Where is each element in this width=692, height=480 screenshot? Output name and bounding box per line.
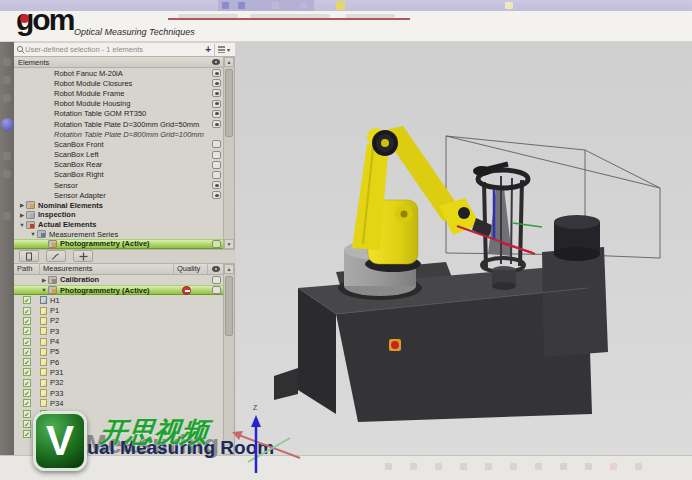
dock-icon[interactable] bbox=[3, 76, 11, 84]
status-icon[interactable] bbox=[460, 463, 467, 470]
visibility-eye-icon[interactable] bbox=[212, 69, 221, 77]
dependency-icon[interactable] bbox=[46, 250, 66, 262]
tree-row[interactable]: ▼Actual Elements bbox=[14, 220, 224, 230]
element-row[interactable]: Robot Module Housing bbox=[14, 99, 224, 109]
element-row[interactable]: Robot Module Closures bbox=[14, 78, 224, 88]
toolbar-icon[interactable] bbox=[272, 2, 279, 9]
status-icon[interactable] bbox=[410, 463, 417, 470]
left-panel: User-defined selection - 1 elements + ▾ … bbox=[14, 43, 235, 455]
element-row[interactable]: Robot Module Frame bbox=[14, 88, 224, 98]
scroll-thumb[interactable] bbox=[225, 276, 233, 336]
toolbar-icon[interactable] bbox=[238, 2, 245, 9]
3d-viewport[interactable] bbox=[236, 42, 692, 455]
measurement-group-row[interactable]: ▼Photogrammetry (Active) bbox=[14, 285, 224, 295]
toolbar-icon[interactable] bbox=[505, 2, 513, 9]
measurement-point-row[interactable]: P34 bbox=[14, 398, 224, 408]
tree-row[interactable]: ▶Inspection bbox=[14, 210, 224, 220]
visibility-eye-icon[interactable] bbox=[212, 100, 221, 108]
group-checkbox[interactable] bbox=[212, 286, 221, 294]
element-row[interactable]: Rotation Table Plate D=800mm Grid=100mm bbox=[14, 129, 224, 139]
status-icon[interactable] bbox=[485, 463, 492, 470]
path-check-icon bbox=[23, 317, 31, 325]
dock-icon[interactable] bbox=[3, 170, 11, 178]
element-row[interactable]: ScanBox Front bbox=[14, 139, 224, 149]
dock-icon[interactable] bbox=[3, 94, 11, 102]
visibility-eye-icon[interactable] bbox=[212, 89, 221, 97]
tree-label: Nominal Elements bbox=[38, 201, 221, 210]
scroll-up-arrow[interactable]: ▲ bbox=[224, 57, 234, 67]
measurement-point-row[interactable]: P33 bbox=[14, 388, 224, 398]
visibility-eye-icon[interactable] bbox=[212, 110, 221, 118]
scroll-down-arrow[interactable]: ▼ bbox=[224, 239, 234, 249]
status-icon[interactable] bbox=[535, 463, 542, 470]
tree-row[interactable]: ▼Measurement Series bbox=[14, 229, 224, 239]
scroll-up-arrow[interactable]: ▲ bbox=[224, 264, 234, 274]
status-icon[interactable] bbox=[635, 463, 642, 470]
toolbar-icon[interactable] bbox=[300, 2, 307, 9]
measurement-point-row[interactable]: P2 bbox=[14, 316, 224, 326]
element-label: ScanBox Rear bbox=[54, 160, 212, 169]
clipboard-icon[interactable] bbox=[19, 250, 39, 262]
status-icon[interactable] bbox=[435, 463, 442, 470]
element-row[interactable]: Rotation Table Plate D=300mm Grid=50mm bbox=[14, 119, 224, 129]
toolbar-icon[interactable] bbox=[336, 1, 345, 10]
path-cell bbox=[14, 379, 40, 387]
add-selection-button[interactable]: + bbox=[205, 44, 211, 55]
tree-row[interactable]: ▶Nominal Elements bbox=[14, 201, 224, 211]
element-row[interactable]: Sensor Adapter bbox=[14, 190, 224, 200]
measurement-point-row[interactable]: P4 bbox=[14, 336, 224, 346]
element-row[interactable]: Robot Fanuc M-20iA bbox=[14, 68, 224, 78]
element-row[interactable]: Rotation Table GOM RT350 bbox=[14, 109, 224, 119]
visibility-eye-icon[interactable] bbox=[212, 79, 221, 87]
expand-arrow-icon[interactable]: ▼ bbox=[18, 222, 26, 228]
tree-row-active[interactable]: Photogrammetry (Active) bbox=[14, 239, 224, 249]
measurement-point-row[interactable]: P1 bbox=[14, 305, 224, 315]
path-check-icon bbox=[23, 307, 31, 315]
expand-arrow-icon[interactable]: ▶ bbox=[18, 212, 26, 218]
measurement-point-row[interactable]: H1 bbox=[14, 295, 224, 305]
element-row[interactable]: ScanBox Left bbox=[14, 150, 224, 160]
status-icon[interactable] bbox=[385, 463, 392, 470]
measurement-point-row[interactable]: P6 bbox=[14, 357, 224, 367]
active-checkbox[interactable] bbox=[212, 240, 221, 248]
status-icon[interactable] bbox=[560, 463, 567, 470]
measurement-point-row[interactable]: P31 bbox=[14, 367, 224, 377]
scroll-thumb[interactable] bbox=[225, 69, 233, 137]
visibility-eye-icon[interactable] bbox=[212, 191, 221, 199]
visibility-column-eye-icon[interactable] bbox=[212, 266, 220, 272]
dock-icon[interactable] bbox=[3, 58, 11, 66]
selection-mode-dropdown[interactable]: ▾ bbox=[214, 44, 233, 56]
measurement-point-row[interactable]: P32 bbox=[14, 378, 224, 388]
elements-scrollbar[interactable]: ▲ ▼ bbox=[223, 57, 234, 249]
tree-label: Measurement Series bbox=[49, 230, 221, 239]
tree-label: Actual Elements bbox=[38, 220, 221, 229]
measurement-point-row[interactable]: P3 bbox=[14, 326, 224, 336]
visibility-eye-icon[interactable] bbox=[212, 181, 221, 189]
visibility-column-eye-icon[interactable] bbox=[212, 59, 220, 65]
expand-arrow-icon[interactable]: ▼ bbox=[40, 287, 48, 293]
element-row[interactable]: Sensor bbox=[14, 180, 224, 190]
element-row[interactable]: ScanBox Rear bbox=[14, 160, 224, 170]
expand-arrow-icon[interactable]: ▼ bbox=[29, 231, 37, 237]
expand-arrow-icon[interactable]: ▶ bbox=[40, 277, 48, 283]
status-icon[interactable] bbox=[510, 463, 517, 470]
expand-arrow-icon[interactable]: ▶ bbox=[18, 202, 26, 208]
visibility-eye-icon[interactable] bbox=[212, 120, 221, 128]
visibility-checkbox[interactable] bbox=[212, 140, 221, 148]
measurement-group-label: Calibration bbox=[60, 275, 174, 284]
visibility-checkbox[interactable] bbox=[212, 171, 221, 179]
group-checkbox[interactable] bbox=[212, 276, 221, 284]
dock-icon[interactable] bbox=[3, 152, 11, 160]
visibility-checkbox[interactable] bbox=[212, 161, 221, 169]
status-icon[interactable] bbox=[585, 463, 592, 470]
toolbar-icon[interactable] bbox=[222, 2, 229, 9]
element-row[interactable]: ScanBox Right bbox=[14, 170, 224, 180]
measurement-point-row[interactable]: P5 bbox=[14, 347, 224, 357]
sphere-tool-icon[interactable] bbox=[1, 118, 14, 131]
measurement-group-row[interactable]: ▶Calibration bbox=[14, 275, 224, 285]
visibility-checkbox[interactable] bbox=[212, 151, 221, 159]
dock-icon[interactable] bbox=[3, 212, 11, 220]
point-icon bbox=[40, 368, 47, 376]
move-icon[interactable] bbox=[73, 250, 93, 262]
status-icon[interactable] bbox=[610, 463, 617, 470]
